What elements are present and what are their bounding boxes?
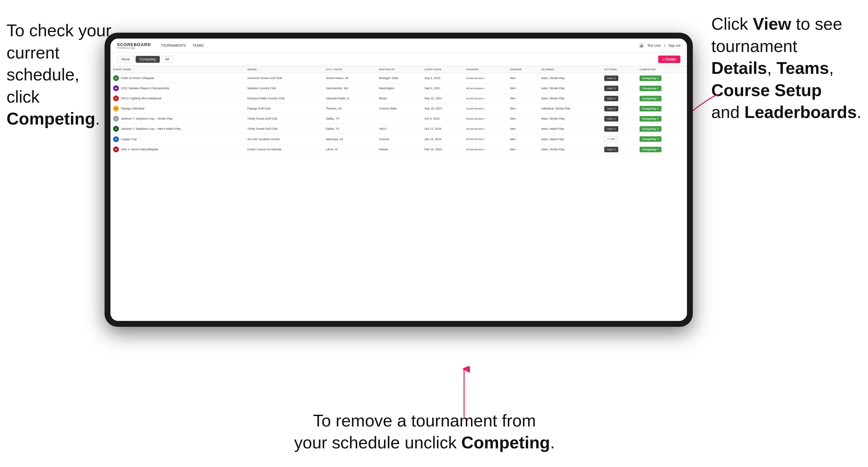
venue-cell: Ocean Course At Hokuala — [244, 145, 323, 155]
venue-cell: Papago Golf Club — [244, 103, 323, 114]
view-button[interactable]: View ⊙ — [604, 96, 618, 101]
view-button[interactable]: View ⊙ — [604, 86, 618, 91]
competing-badge[interactable]: Competing ✓ — [640, 147, 661, 152]
division-cell: NCAA Division I — [464, 145, 507, 155]
actions-cell[interactable]: View ⊙ — [602, 145, 637, 155]
scoring-cell: team, Stroke Play — [538, 93, 602, 103]
division-cell: NCAA Division I — [464, 134, 507, 145]
view-button[interactable]: View ⊙ — [604, 116, 618, 122]
tab-home[interactable]: Home — [117, 56, 134, 63]
actions-cell[interactable]: ✏ Edit — [602, 134, 637, 145]
team-logo: J — [113, 116, 119, 122]
city-state-cell: Dallas, TX — [323, 114, 376, 124]
start-date-cell: Oct 11, 2023 — [422, 124, 464, 134]
gender-cell: Men — [507, 124, 539, 134]
tab-group: Home Competing All — [117, 56, 173, 63]
user-icon — [639, 43, 644, 48]
event-name-cell: J Jackson T. Stephens Cup – Men's Match … — [111, 124, 244, 134]
competing-cell[interactable]: Competing ✓ — [637, 93, 687, 103]
gender-cell: Men — [507, 93, 539, 103]
gender-cell: Men — [507, 114, 539, 124]
col-start-date: START DATE — [422, 66, 464, 73]
nav-tournaments[interactable]: TOURNAMENTS — [161, 44, 186, 48]
event-name-cell: S Folds of Honor Collegiate — [111, 73, 244, 83]
create-button[interactable]: + Create — [658, 56, 680, 63]
event-name: John A. Burns Intercollegiate — [121, 148, 158, 151]
nav-teams[interactable]: TEAMS — [192, 44, 204, 48]
division-cell: NCAA Division I — [464, 124, 507, 134]
hosted-by-cell — [376, 114, 422, 124]
competing-cell[interactable]: Competing ✓ — [637, 134, 687, 145]
city-state-cell: Maricopa, AZ — [323, 134, 376, 145]
col-gender: GENDER — [507, 66, 539, 73]
table-row: H John A. Burns Intercollegiate Ocean Co… — [111, 145, 687, 155]
tab-competing[interactable]: Competing — [135, 56, 160, 63]
col-actions: ACTIONS — [602, 66, 637, 73]
user-label: Test User — [647, 44, 661, 48]
scoring-cell: team, Match Play — [538, 124, 602, 134]
svg-point-1 — [641, 44, 642, 46]
col-competing: COMPETING — [637, 66, 687, 73]
actions-cell[interactable]: View ⊙ — [602, 83, 637, 93]
competing-cell[interactable]: Competing ✓ — [637, 83, 687, 93]
city-state-cell: Olympia Fields, IL — [323, 93, 376, 103]
view-button[interactable]: View ⊙ — [604, 147, 618, 152]
start-date-cell: Sep 4, 2023 — [422, 73, 464, 83]
competing-badge[interactable]: Competing ✓ — [640, 96, 661, 101]
scoring-cell: team, Stroke Play — [538, 83, 602, 93]
city-state-cell: Grand Haven, MI — [323, 73, 376, 83]
event-name-cell: Y Papago Individual — [111, 103, 244, 114]
actions-cell[interactable]: View ⊙ — [602, 124, 637, 134]
division-cell: NCAA Division I — [464, 114, 507, 124]
competing-cell[interactable]: Competing ✓ — [637, 114, 687, 124]
event-name: OFCC Fighting Illini Invitational — [121, 97, 161, 100]
event-name: Copper Cup — [121, 137, 137, 141]
team-logo: W — [113, 85, 119, 91]
division-cell: NCAA Division I — [464, 83, 507, 93]
start-date-cell: Jan 14, 2024 — [422, 134, 464, 145]
gender-cell: Men — [507, 73, 539, 83]
actions-cell[interactable]: View ⊙ — [602, 93, 637, 103]
hosted-by-cell: Illinois — [376, 93, 422, 103]
team-logo: J — [113, 126, 119, 132]
city-state-cell: Phoenix, AZ — [323, 103, 376, 114]
scoreboard-title: SCOREBOARD — [117, 42, 151, 47]
edit-button[interactable]: ✏ Edit — [604, 136, 618, 142]
table-row: J Jackson T. Stephens Cup – Men's Match … — [111, 124, 687, 134]
start-date-cell: Sep 15, 2023 — [422, 93, 464, 103]
table-header-row: EVENT NAME VENUE CITY, STATE HOSTED BY S… — [111, 66, 687, 73]
actions-cell[interactable]: View ⊙ — [602, 103, 637, 114]
actions-cell[interactable]: View ⊙ — [602, 73, 637, 83]
competing-badge[interactable]: Competing ✓ — [640, 106, 661, 112]
hosted-by-cell: Arizona — [376, 134, 422, 145]
actions-cell[interactable]: View ⊙ — [602, 114, 637, 124]
scoring-cell: team, Match Play — [538, 134, 602, 145]
toolbar: Home Competing All + Create — [111, 53, 687, 66]
table-row: I OFCC Fighting Illini Invitational Olym… — [111, 93, 687, 103]
tab-all[interactable]: All — [161, 56, 173, 63]
competing-badge[interactable]: Competing ✓ — [640, 126, 661, 132]
signout-link[interactable]: Sign out — [668, 44, 680, 48]
col-venue: VENUE — [244, 66, 323, 73]
competing-badge[interactable]: Competing ✓ — [640, 116, 661, 122]
annotation-top-left: To check your current schedule, click Co… — [6, 20, 118, 130]
competing-cell[interactable]: Competing ✓ — [637, 145, 687, 155]
col-division: DIVISION — [464, 66, 507, 73]
competing-cell[interactable]: Competing ✓ — [637, 124, 687, 134]
table-container[interactable]: EVENT NAME VENUE CITY, STATE HOSTED BY S… — [111, 66, 687, 321]
view-button[interactable]: View ⊙ — [604, 75, 618, 81]
team-logo: A — [113, 136, 119, 142]
tablet-screen: SCOREBOARD Powered by clippi TOURNAMENTS… — [111, 38, 687, 321]
competing-cell[interactable]: Competing ✓ — [637, 103, 687, 114]
venue-cell: Sahalee Country Club — [244, 83, 323, 93]
competing-badge[interactable]: Competing ✓ — [640, 86, 661, 91]
event-name-cell: W 2023 Sahalee Players Championship — [111, 83, 244, 93]
view-button[interactable]: View ⊙ — [604, 106, 618, 112]
col-event-name: EVENT NAME — [111, 66, 244, 73]
event-name: Papago Individual — [121, 107, 145, 110]
view-button[interactable]: View ⊙ — [604, 126, 618, 132]
competing-cell[interactable]: Competing ✓ — [637, 73, 687, 83]
hosted-by-cell: Washington — [376, 83, 422, 93]
competing-badge[interactable]: Competing ✓ — [640, 75, 661, 81]
competing-badge[interactable]: Competing ✓ — [640, 136, 661, 142]
